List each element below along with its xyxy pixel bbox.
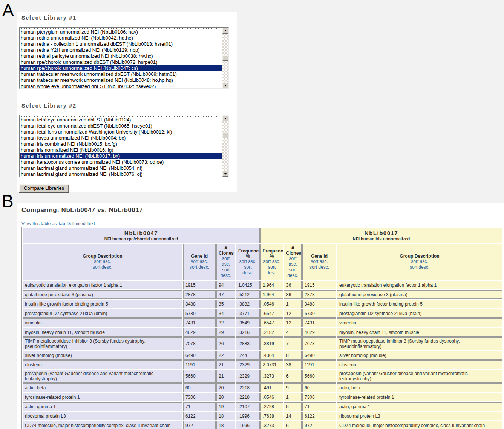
clone-count-link[interactable]: 21	[216, 360, 235, 369]
clone-count-link[interactable]: 94	[216, 281, 235, 289]
sort-asc-link[interactable]: sort asc.	[286, 256, 299, 267]
clone-count-link[interactable]: 35	[216, 300, 235, 308]
sort-desc-link[interactable]: sort desc.	[286, 267, 299, 278]
library-option[interactable]: human retina - collection 1 unnormalized…	[20, 41, 222, 47]
library-2-scrollbar[interactable]	[222, 115, 228, 177]
library-option-selected[interactable]: human rpe/choroid unnormalized NEI (NbLi…	[20, 65, 222, 71]
gene-id-link[interactable]: 71	[183, 402, 216, 411]
clone-count-link[interactable]: 29	[216, 328, 235, 337]
library-option[interactable]: human lacrimal gland unnormalized NEI (N…	[20, 171, 222, 177]
gene-id-link[interactable]: 1191	[302, 360, 336, 369]
gene-id-link[interactable]: 60	[183, 383, 216, 392]
library-option[interactable]: human keratoconus cornea unnormalized NE…	[20, 159, 222, 165]
clone-count-link[interactable]: 1	[284, 393, 302, 401]
scrollbar-thumb[interactable]	[222, 132, 228, 138]
library-option[interactable]: human retinal pericyte unnormalized NEI …	[20, 53, 222, 59]
clone-count-link[interactable]: 5	[284, 402, 302, 411]
sort-desc-link[interactable]: sort desc.	[25, 264, 180, 270]
clone-count-link[interactable]: 38	[284, 360, 302, 369]
clone-count-link[interactable]: 47	[216, 290, 235, 299]
clone-count-link[interactable]: 7	[284, 337, 302, 350]
compare-libraries-button[interactable]: Compare Libraries	[19, 184, 69, 192]
library-option[interactable]: human rpe/choroid unnormalized dbEST (Nb…	[20, 59, 222, 65]
library-option-selected[interactable]: human iris unnormalized NEI (NbLib0017: …	[20, 153, 222, 159]
scrollbar-thumb[interactable]	[222, 55, 228, 61]
gene-id-link[interactable]: 3488	[183, 300, 216, 308]
gene-id-link[interactable]: 5730	[302, 309, 336, 318]
sort-desc-link[interactable]: sort desc.	[339, 264, 500, 270]
sort-asc-link[interactable]: sort asc.	[263, 259, 281, 264]
gene-id-link[interactable]: 1915	[183, 281, 216, 289]
gene-id-link[interactable]: 6122	[183, 412, 216, 420]
gene-id-link[interactable]: 4629	[183, 328, 216, 337]
sort-desc-link[interactable]: sort desc.	[305, 264, 334, 270]
clone-count-link[interactable]: 6	[284, 370, 302, 383]
clone-count-link[interactable]: 4	[284, 328, 302, 337]
gene-id-link[interactable]: 972	[302, 421, 336, 429]
gene-id-link[interactable]: 7431	[302, 318, 336, 327]
sort-desc-link[interactable]: sort desc.	[185, 264, 213, 270]
sort-desc-link[interactable]: sort desc.	[263, 264, 281, 276]
clone-count-link[interactable]: 22	[216, 351, 235, 360]
sort-asc-link[interactable]: sort asc.	[25, 259, 180, 264]
library-1-listbox[interactable]: human pterygium unnormalized NEI (NbLib0…	[19, 27, 229, 89]
clone-count-link[interactable]: 6	[284, 421, 302, 429]
gene-id-link[interactable]: 7078	[183, 337, 216, 350]
clone-count-link[interactable]: 36	[284, 290, 302, 299]
library-option[interactable]: human retina Y2H unnormalized NEI (NbLib…	[20, 47, 222, 53]
library-option[interactable]: human fovea unnormalized NEI (NbLib0004:…	[20, 135, 222, 141]
gene-id-link[interactable]: 6490	[302, 351, 336, 360]
sort-desc-link[interactable]: sort desc.	[219, 267, 233, 278]
sort-asc-link[interactable]: sort asc.	[305, 259, 334, 264]
scroll-up-button[interactable]	[222, 28, 228, 34]
gene-id-link[interactable]: 6490	[183, 351, 216, 360]
clone-count-link[interactable]: 12	[284, 318, 302, 327]
clone-count-link[interactable]: 18	[216, 412, 235, 420]
sort-asc-link[interactable]: sort asc.	[238, 259, 257, 264]
clone-count-link[interactable]: 12	[284, 309, 302, 318]
gene-id-link[interactable]: 972	[183, 421, 216, 429]
gene-id-link[interactable]: 5660	[302, 370, 336, 383]
scroll-down-button[interactable]	[222, 82, 228, 88]
sort-desc-link[interactable]: sort desc.	[238, 264, 257, 276]
library-option[interactable]: human lacrimal gland unnormalized NEI (N…	[20, 165, 222, 171]
clone-count-link[interactable]: 20	[216, 393, 235, 401]
gene-id-link[interactable]: 7431	[183, 318, 216, 327]
library-option[interactable]: human iris normalized NEI (NbLib0016: fg…	[20, 147, 222, 153]
clone-count-link[interactable]: 36	[284, 281, 302, 289]
library-option[interactable]: human fetal lens unnormalized Washington…	[20, 129, 222, 135]
library-2-listbox[interactable]: human fetal eye unnormalized dbEST (NbLi…	[19, 115, 229, 177]
gene-id-link[interactable]: 7078	[302, 337, 336, 350]
gene-id-link[interactable]: 5730	[183, 309, 216, 318]
library-option[interactable]: human iris combined NEI (NbLib0015: bx,f…	[20, 141, 222, 147]
gene-id-link[interactable]: 71	[302, 402, 336, 411]
clone-count-link[interactable]: 18	[216, 421, 235, 429]
sort-asc-link[interactable]: sort asc.	[185, 259, 213, 264]
scroll-down-button[interactable]	[222, 171, 228, 177]
clone-count-link[interactable]: 20	[216, 383, 235, 392]
library-option[interactable]: human pterygium unnormalized NEI (NbLib0…	[20, 29, 222, 35]
clone-count-link[interactable]: 14	[284, 412, 302, 420]
sort-asc-link[interactable]: sort asc.	[339, 259, 500, 264]
gene-id-link[interactable]: 3488	[302, 300, 336, 308]
clone-count-link[interactable]: 8	[284, 351, 302, 360]
gene-id-link[interactable]: 7306	[183, 393, 216, 401]
clone-count-link[interactable]: 34	[216, 309, 235, 318]
library-option[interactable]: human whole eye unnormalized dbEST (NbLi…	[20, 83, 222, 88]
gene-id-link[interactable]: 2878	[183, 290, 216, 299]
gene-id-link[interactable]: 60	[302, 383, 336, 392]
library-1-scrollbar[interactable]	[222, 28, 228, 88]
library-option[interactable]: human fetal eye unnormalized dbEST (NbLi…	[20, 123, 222, 129]
view-tab-delimited-link[interactable]: View this table as Tab-Delimited Text	[21, 221, 95, 226]
clone-count-link[interactable]: 9	[284, 383, 302, 392]
clone-count-link[interactable]: 21	[216, 370, 235, 383]
gene-id-link[interactable]: 1191	[183, 360, 216, 369]
clone-count-link[interactable]: 26	[216, 337, 235, 350]
gene-id-link[interactable]: 4629	[302, 328, 336, 337]
clone-count-link[interactable]: 1	[284, 300, 302, 308]
library-option[interactable]: human retina unnormalized NEI (NbLib0042…	[20, 35, 222, 41]
scroll-up-button[interactable]	[222, 115, 228, 121]
gene-id-link[interactable]: 2878	[302, 290, 336, 299]
library-option[interactable]: human trabecular meshwork unnormalized N…	[20, 77, 222, 83]
clone-count-link[interactable]: 32	[216, 318, 235, 327]
